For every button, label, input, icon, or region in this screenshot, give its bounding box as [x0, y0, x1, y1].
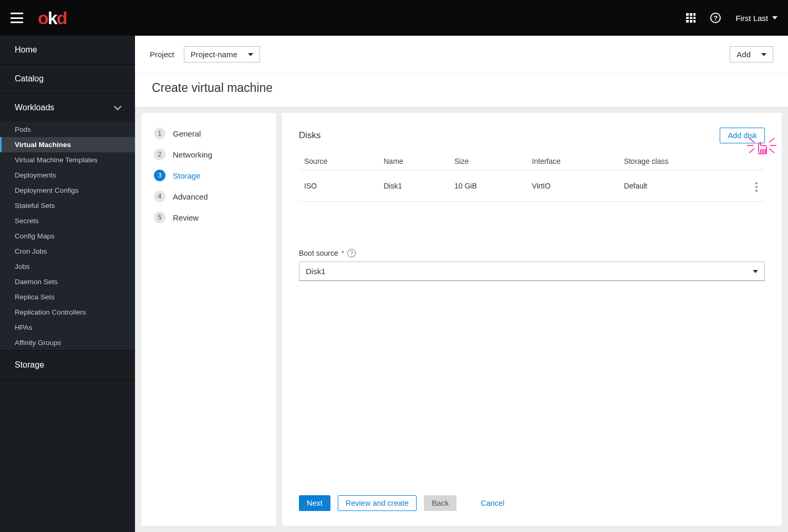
help-icon[interactable]: ? [710, 13, 721, 23]
chevron-down-icon [753, 270, 758, 273]
col-name: Name [378, 153, 449, 170]
sidebar-item-workloads[interactable]: Workloads [0, 93, 135, 122]
sidebar-item-vm-templates[interactable]: Virtual Machine Templates [0, 152, 135, 168]
step-label: Review [173, 213, 199, 222]
add-label: Add [737, 50, 751, 59]
sidebar-item-home[interactable]: Home [0, 36, 135, 64]
sidebar-item-storage[interactable]: Storage [0, 351, 135, 379]
sidebar-item-jobs[interactable]: Jobs [0, 259, 135, 274]
step-label: General [173, 129, 201, 138]
cancel-button[interactable]: Cancel [473, 496, 512, 510]
kebab-menu-icon[interactable] [753, 180, 760, 194]
cell-size: 10 GiB [449, 170, 527, 202]
step-review[interactable]: 5 Review [154, 212, 263, 223]
wizard-steps: 1 General 2 Networking 3 Storage 4 Advan… [141, 113, 276, 526]
sidebar-item-hpas[interactable]: HPAs [0, 320, 135, 335]
top-bar: okd ? First Last [0, 0, 788, 36]
project-label: Project [150, 50, 174, 59]
step-number: 1 [154, 128, 165, 139]
sidebar-item-replication-controllers[interactable]: Replication Controllers [0, 305, 135, 320]
col-size: Size [449, 153, 527, 170]
disks-heading: Disks [299, 130, 321, 141]
boot-source-select[interactable]: Disk1 [299, 262, 765, 281]
sidebar-item-virtual-machines[interactable]: Virtual Machines [0, 137, 135, 152]
app-launcher-icon[interactable] [686, 13, 696, 23]
review-create-button[interactable]: Review and create [338, 495, 417, 511]
required-indicator: * [341, 249, 344, 257]
sidebar-item-daemon-sets[interactable]: Daemon Sets [0, 274, 135, 289]
context-bar: Project Project-name Add [135, 36, 788, 74]
chevron-down-icon [761, 53, 766, 56]
user-menu[interactable]: First Last [735, 14, 777, 23]
col-interface: Interface [527, 153, 619, 170]
cell-interface: VirtIO [527, 170, 619, 202]
next-button[interactable]: Next [299, 495, 330, 511]
back-button[interactable]: Back [424, 495, 457, 511]
step-label: Advanced [173, 192, 208, 201]
sidebar-item-config-maps[interactable]: Config Maps [0, 228, 135, 244]
boot-source-value: Disk1 [306, 267, 326, 276]
sidebar-workloads-group: Pods Virtual Machines Virtual Machine Te… [0, 122, 135, 350]
chevron-down-icon [114, 103, 121, 110]
svg-line-3 [769, 138, 774, 142]
chevron-down-icon [772, 16, 777, 19]
sidebar: Home Catalog Workloads Pods Virtual Mach… [0, 36, 135, 532]
add-button[interactable]: Add [730, 46, 773, 62]
project-selector[interactable]: Project-name [184, 46, 260, 62]
boot-source-text: Boot source [299, 249, 338, 257]
step-advanced[interactable]: 4 Advanced [154, 191, 263, 202]
boot-source-label: Boot source * ? [299, 249, 765, 257]
step-storage[interactable]: 3 Storage [154, 170, 263, 181]
logo: okd [38, 8, 66, 28]
step-networking[interactable]: 2 Networking [154, 149, 263, 160]
sidebar-item-deployments[interactable]: Deployments [0, 168, 135, 183]
user-name: First Last [735, 14, 768, 23]
step-number: 4 [154, 191, 165, 202]
sidebar-item-catalog[interactable]: Catalog [0, 65, 135, 93]
step-number: 3 [154, 170, 165, 181]
sidebar-item-label: Workloads [15, 103, 54, 112]
step-number: 2 [154, 149, 165, 160]
add-disk-button[interactable]: Add disk [720, 128, 765, 143]
sidebar-item-affinity-groups[interactable]: Affinity Groups [0, 335, 135, 350]
cell-name: Disk1 [378, 170, 449, 202]
wizard-footer: Next Review and create Back Cancel [299, 495, 765, 511]
project-value: Project-name [191, 50, 237, 59]
main-content: Project Project-name Add Create virtual … [135, 36, 788, 532]
step-number: 5 [154, 212, 165, 223]
cell-storage-class: Default [619, 170, 748, 202]
svg-line-5 [769, 149, 774, 153]
disks-table: Source Name Size Interface Storage class… [299, 153, 765, 202]
chevron-down-icon [248, 53, 253, 56]
step-label: Networking [173, 150, 212, 159]
page-title: Create virtual machine [135, 74, 788, 107]
step-general[interactable]: 1 General [154, 128, 263, 139]
sidebar-item-replica-sets[interactable]: Replica Sets [0, 289, 135, 305]
col-source: Source [299, 153, 378, 170]
table-row: ISO Disk1 10 GiB VirtIO Default [299, 170, 765, 202]
svg-line-2 [749, 149, 754, 153]
step-label: Storage [173, 171, 201, 180]
help-icon[interactable]: ? [347, 249, 356, 257]
cell-source: ISO [299, 170, 378, 202]
menu-toggle-icon[interactable] [11, 13, 23, 23]
sidebar-item-stateful-sets[interactable]: Stateful Sets [0, 198, 135, 213]
sidebar-item-secrets[interactable]: Secrets [0, 213, 135, 228]
sidebar-item-cron-jobs[interactable]: Cron Jobs [0, 244, 135, 259]
form-panel: Disks Add disk Source Name Size Interfac… [282, 113, 782, 526]
col-storage-class: Storage class [619, 153, 748, 170]
sidebar-item-deployment-configs[interactable]: Deployment Configs [0, 183, 135, 198]
sidebar-item-pods[interactable]: Pods [0, 122, 135, 137]
